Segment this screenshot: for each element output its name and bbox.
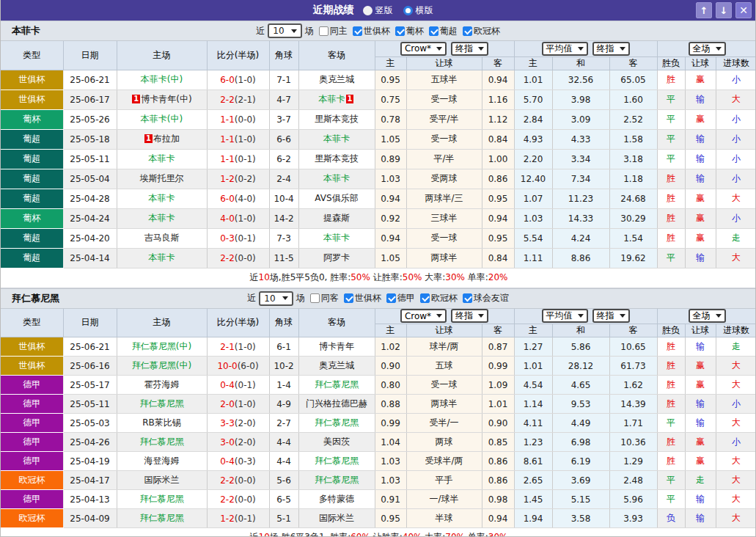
handicap-result-cell: 走 (685, 471, 716, 490)
odds-away-cell: 0.94 (482, 208, 514, 228)
team-filter-row: 本菲卡近10场同主世俱杯葡杯葡超欧冠杯 (1, 21, 755, 41)
home-team-cell: 霍芬海姆 (117, 376, 207, 395)
league-type-badge: 德甲 (1, 395, 63, 414)
close-button[interactable]: ✕ (735, 2, 752, 18)
up-arrow-icon: ↑ (700, 5, 708, 16)
vertical-layout-label[interactable]: 竖版 (375, 4, 393, 17)
avg-time-select[interactable]: 终指 (592, 309, 630, 323)
bookmaker-select[interactable]: Crow* (400, 42, 447, 56)
avg-draw-cell: 8.86 (552, 248, 609, 268)
league-checkbox[interactable] (344, 293, 353, 303)
away-team-cell: AVS俱乐部 (298, 189, 375, 208)
away-team-cell: 拜仁慕尼黑 (298, 471, 375, 490)
summary-segment: 大率: (422, 532, 445, 537)
recent-count-select[interactable]: 10 (259, 291, 293, 306)
away-team-cell: 里斯本竞技 (298, 149, 375, 169)
score-cell: 2-1(1-0) (207, 337, 269, 357)
avg-time-select[interactable]: 终指 (592, 42, 630, 56)
date-cell: 25-05-18 (63, 129, 117, 149)
odds-time-select-value: 终指 (455, 43, 473, 55)
handicap-line-cell: 受球半/两 (406, 452, 482, 471)
outcome-result-cell: 平 (657, 109, 685, 129)
score-cell: 2-0(1-0) (207, 395, 269, 414)
date-cell: 25-04-14 (63, 248, 117, 268)
same-venue-checkbox[interactable] (319, 26, 329, 36)
halftime-score: (6-0) (238, 361, 259, 371)
date-cell: 25-04-17 (63, 471, 117, 490)
league-type-badge: 欧冠杯 (1, 509, 63, 528)
match-row: 世俱杯25-06-21本菲卡(中)6-0(1-0)7-1奥克兰城0.95五球半0… (1, 70, 756, 90)
scope-select[interactable]: 全场 (689, 309, 726, 323)
bookmaker-select-value: Crow* (405, 43, 431, 54)
summary-segment: 场,胜5平5负0, 胜率: (270, 272, 351, 282)
average-select[interactable]: 平均值 (542, 309, 588, 323)
league-checkbox-label[interactable]: 德甲 (397, 292, 415, 304)
score-cell: 6-0(1-0) (207, 70, 269, 90)
goals-result-cell: 大 (716, 90, 756, 109)
corners-cell: 7-1 (269, 70, 298, 90)
corners-cell: 6-6 (269, 129, 298, 149)
league-checkbox-label[interactable]: 欧冠杯 (474, 25, 500, 37)
league-checkbox[interactable] (429, 26, 438, 36)
home-team-cell: 本菲卡 (117, 248, 207, 268)
league-checkbox-label[interactable]: 世俱杯 (355, 292, 381, 304)
avg-home-cell: 2.65 (514, 471, 552, 490)
match-row: 葡超25-05-11本菲卡1-1(0-1)6-2里斯本竞技0.89平/半1.00… (1, 149, 756, 169)
goals-result-cell: 小 (716, 395, 756, 414)
filter-controls: 近10场同客世俱杯德甲欧冠杯球会友谊 (1, 291, 755, 306)
scope-select[interactable]: 全场 (689, 42, 726, 56)
outcome-result-cell: 平 (657, 471, 685, 490)
average-select[interactable]: 平均值 (542, 42, 588, 56)
odds-time-select[interactable]: 终指 (451, 42, 488, 56)
league-type-badge: 葡超 (1, 149, 63, 169)
avg-away-cell: 1.54 (609, 228, 657, 248)
league-checkbox-label[interactable]: 世俱杯 (364, 25, 390, 37)
move-down-button[interactable]: ↓ (716, 2, 732, 18)
home-team-name: 埃斯托里尔 (140, 173, 184, 183)
horizontal-layout-radio[interactable] (403, 6, 413, 15)
avg-draw-cell: 4.49 (552, 414, 609, 433)
league-checkbox-label[interactable]: 欧冠杯 (431, 292, 458, 304)
column-header: 进球数 (716, 324, 756, 337)
away-team-name: 奥克兰城 (319, 360, 354, 370)
summary-segment: 20% (488, 272, 508, 282)
fulltime-score: 1-2 (220, 174, 235, 184)
avg-away-cell: 5.96 (609, 490, 657, 509)
away-team-cell: 阿罗卡 (298, 248, 375, 268)
outcome-result-cell: 平 (657, 90, 685, 109)
league-checkbox[interactable] (420, 293, 430, 303)
league-checkbox[interactable] (463, 26, 472, 36)
outcome-result-cell: 胜 (657, 208, 685, 228)
league-checkbox-label[interactable]: 葡杯 (406, 25, 424, 37)
handicap-result-cell: 赢 (685, 189, 716, 208)
horizontal-layout-label[interactable]: 横版 (416, 4, 433, 17)
same-venue-checkbox[interactable] (310, 293, 320, 303)
result-scope-group: 全场 (657, 41, 756, 56)
avg-draw-cell: 5.15 (552, 490, 609, 509)
league-checkbox-label[interactable]: 球会友谊 (474, 292, 509, 304)
league-checkbox[interactable] (463, 293, 472, 303)
average-select-chevron-icon (578, 47, 584, 51)
odds-time-select[interactable]: 终指 (451, 309, 488, 323)
away-team-name: 本菲卡 (319, 94, 345, 104)
recent-count-select[interactable]: 10 (268, 23, 301, 38)
avg-home-cell: 5.54 (514, 228, 552, 248)
column-header: 比分(半场) (207, 41, 269, 70)
column-header: 客 (609, 324, 657, 337)
corners-cell: 10-2 (269, 357, 298, 376)
odds-time-select-chevron-icon (478, 47, 484, 51)
away-team-name: 本菲卡 (323, 233, 350, 243)
avg-draw-cell: 14.33 (552, 208, 609, 228)
score-cell: 2-2(0-0) (207, 471, 269, 490)
move-up-button[interactable]: ↑ (696, 2, 712, 18)
league-checkbox[interactable] (386, 293, 396, 303)
league-checkbox-label[interactable]: 葡超 (440, 25, 458, 37)
vertical-layout-radio[interactable] (363, 6, 373, 15)
league-checkbox[interactable] (395, 26, 405, 36)
down-arrow-icon: ↓ (720, 5, 728, 16)
goals-result-cell: 小 (716, 433, 756, 452)
league-checkbox[interactable] (353, 26, 362, 36)
avg-draw-cell: 4.65 (552, 376, 609, 395)
bookmaker-select[interactable]: Crow* (400, 309, 447, 323)
recent-count-value: 10 (264, 293, 275, 304)
